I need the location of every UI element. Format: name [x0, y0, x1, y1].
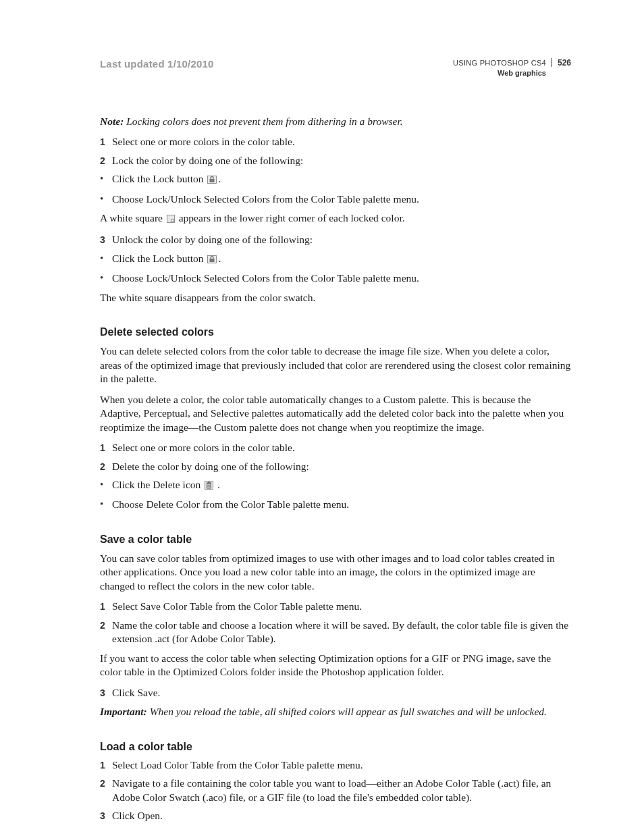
text-pre: Click the Delete icon — [112, 479, 203, 490]
heading-delete: Delete selected colors — [100, 325, 571, 339]
page: Last updated 1/10/2010 USING PHOTOSHOP C… — [0, 0, 644, 834]
step-number: 1 — [100, 135, 112, 149]
step-number: 2 — [100, 777, 112, 790]
text-post: . — [218, 253, 221, 264]
page-number: 526 — [552, 58, 571, 67]
step-text: Navigate to a file containing the color … — [112, 777, 571, 804]
svg-rect-3 — [171, 219, 173, 221]
step-text: Click Open. — [112, 809, 571, 823]
text-post: . — [215, 479, 220, 490]
text-pre: Click the Lock button — [112, 253, 206, 264]
step-1: 1 Select Load Color Table from the Color… — [100, 758, 571, 772]
bullet-marker: • — [100, 252, 112, 265]
step-number: 1 — [100, 600, 112, 613]
bullet-text: Click the Lock button . — [112, 252, 571, 267]
important-label: Important: — [100, 706, 147, 717]
trash-icon — [205, 479, 213, 493]
paragraph: The white square disappears from the col… — [100, 291, 571, 305]
bullet-text: Choose Lock/Unlock Selected Colors from … — [112, 192, 571, 206]
svg-rect-12 — [208, 481, 210, 482]
svg-rect-5 — [210, 259, 215, 262]
svg-rect-1 — [210, 179, 215, 182]
paragraph: If you want to access the color table wh… — [100, 652, 571, 679]
step-number: 2 — [100, 619, 112, 632]
last-updated: Last updated 1/10/2010 — [100, 58, 214, 70]
square-icon — [167, 213, 175, 226]
bullet: • Click the Lock button . — [100, 172, 571, 187]
doc-title: USING PHOTOSHOP CS4 — [453, 58, 546, 68]
step-number: 1 — [100, 758, 112, 772]
bullet-text: Choose Lock/Unlock Selected Colors from … — [112, 271, 571, 285]
step-text: Delete the color by doing one of the fol… — [112, 460, 571, 473]
step-number: 3 — [100, 686, 112, 700]
step-1: 1 Select Save Color Table from the Color… — [100, 600, 571, 613]
text-pre: Click the Lock button — [112, 173, 206, 184]
bullet: • Choose Delete Color from the Color Tab… — [100, 498, 571, 511]
step-text: Lock the color by doing one of the follo… — [112, 154, 571, 167]
bullet: • Click the Lock button . — [100, 252, 571, 267]
heading-load: Load a color table — [100, 739, 571, 754]
note-text: Locking colors does not prevent them fro… — [124, 115, 402, 127]
heading-save: Save a color table — [100, 532, 571, 546]
bullet: • Choose Lock/Unlock Selected Colors fro… — [100, 271, 571, 285]
note-label: Note: — [100, 115, 124, 127]
page-header: Last updated 1/10/2010 USING PHOTOSHOP C… — [100, 58, 571, 78]
step-3: 3 Click Save. — [100, 686, 571, 700]
section-title: Web graphics — [453, 68, 546, 78]
step-text: Unlock the color by doing one of the fol… — [112, 233, 571, 246]
header-right: USING PHOTOSHOP CS4 Web graphics 526 — [453, 58, 571, 78]
step-2: 2 Delete the color by doing one of the f… — [100, 460, 571, 473]
note: Note: Locking colors does not prevent th… — [100, 115, 571, 128]
step-2: 2 Name the color table and choose a loca… — [100, 619, 571, 646]
paragraph: When you delete a color, the color table… — [100, 393, 571, 434]
step-number: 1 — [100, 441, 112, 454]
paragraph: A white square appears in the lower righ… — [100, 211, 571, 226]
step-1: 1 Select one or more colors in the color… — [100, 135, 571, 149]
bullet-text: Click the Delete icon . — [112, 478, 571, 493]
step-number: 2 — [100, 154, 112, 167]
step-text: Click Save. — [112, 686, 571, 700]
important-text: When you reload the table, all shifted c… — [147, 706, 547, 717]
text-post: appears in the lower right corner of eac… — [176, 212, 405, 224]
step-number: 3 — [100, 233, 112, 246]
step-3: 3 Unlock the color by doing one of the f… — [100, 233, 571, 246]
bullet-marker: • — [100, 478, 112, 492]
lock-icon — [207, 253, 217, 267]
bullet: • Choose Lock/Unlock Selected Colors fro… — [100, 192, 571, 206]
step-3: 3 Click Open. — [100, 809, 571, 823]
paragraph: You can save color tables from optimized… — [100, 552, 571, 593]
paragraph: You can delete selected colors from the … — [100, 344, 571, 386]
important-note: Important: When you reload the table, al… — [100, 705, 571, 719]
bullet-marker: • — [100, 498, 112, 511]
step-text: Select Load Color Table from the Color T… — [112, 758, 571, 772]
step-number: 2 — [100, 460, 112, 473]
text-pre: A white square — [100, 212, 165, 224]
svg-rect-11 — [207, 482, 211, 483]
text-post: . — [218, 173, 221, 184]
bullet-marker: • — [100, 271, 112, 285]
step-number: 3 — [100, 809, 112, 823]
step-text: Select Save Color Table from the Color T… — [112, 600, 571, 613]
bullet-marker: • — [100, 192, 112, 206]
step-text: Select one or more colors in the color t… — [112, 441, 571, 454]
lock-icon — [207, 174, 217, 187]
header-titles: USING PHOTOSHOP CS4 Web graphics — [453, 58, 552, 78]
step-2: 2 Navigate to a file containing the colo… — [100, 777, 571, 804]
bullet-marker: • — [100, 172, 112, 186]
content: Note: Locking colors does not prevent th… — [100, 115, 571, 823]
bullet: • Click the Delete icon . — [100, 478, 571, 493]
step-2: 2 Lock the color by doing one of the fol… — [100, 154, 571, 167]
bullet-text: Choose Delete Color from the Color Table… — [112, 498, 571, 511]
step-text: Select one or more colors in the color t… — [112, 135, 571, 149]
step-text: Name the color table and choose a locati… — [112, 619, 571, 646]
bullet-text: Click the Lock button . — [112, 172, 571, 187]
step-1: 1 Select one or more colors in the color… — [100, 441, 571, 454]
